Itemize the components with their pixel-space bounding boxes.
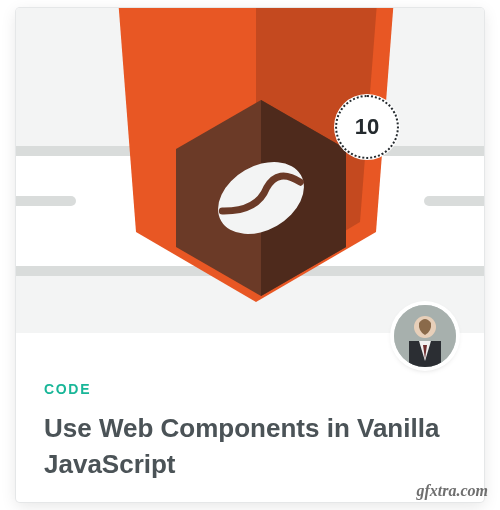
watermark: gfxtra.com	[416, 482, 488, 500]
course-card[interactable]: 10 CODE Use Web Components in Vanilla Ja…	[16, 8, 484, 502]
course-title[interactable]: Use Web Components in Vanilla JavaScript	[44, 411, 456, 483]
lesson-count: 10	[355, 114, 379, 140]
hexagon-icon	[176, 100, 346, 296]
course-thumbnail: 10	[16, 8, 484, 333]
lesson-count-badge: 10	[334, 94, 400, 160]
course-category[interactable]: CODE	[44, 381, 456, 397]
instructor-avatar[interactable]	[394, 305, 456, 367]
